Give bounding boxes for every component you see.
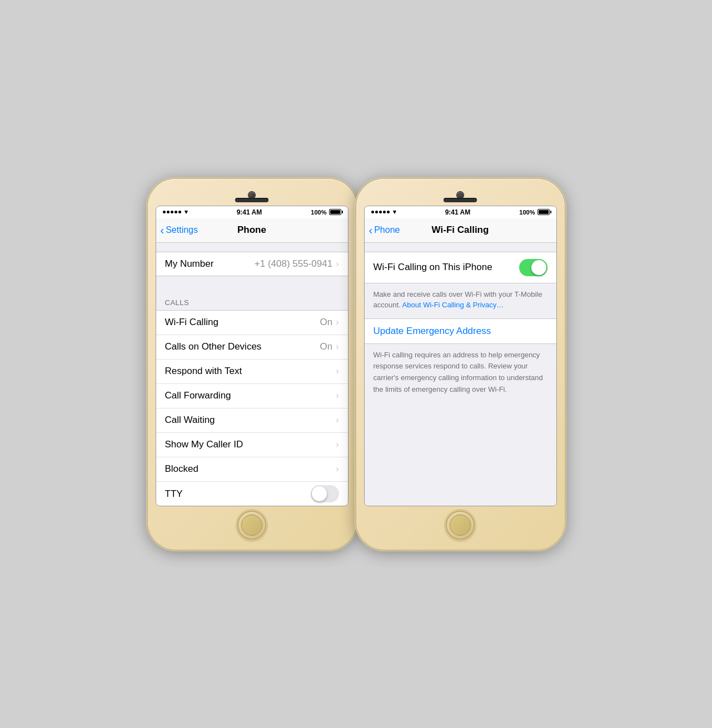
- wifi-calling-toggle-label: Wi-Fi Calling on This iPhone: [374, 262, 519, 273]
- call-forwarding-label: Call Forwarding: [165, 390, 336, 401]
- blocked-chevron: ›: [336, 464, 338, 474]
- tty-toggle[interactable]: [311, 485, 339, 502]
- call-waiting-chevron: ›: [336, 415, 338, 425]
- top-bar-right: [364, 186, 557, 206]
- battery-percent-left: 100%: [311, 209, 326, 216]
- signal-dots-right: [371, 211, 390, 213]
- status-right-left: 100%: [311, 209, 341, 216]
- back-chevron-right: ‹: [369, 225, 373, 236]
- nav-bar-right: ‹ Phone Wi-Fi Calling: [365, 218, 556, 243]
- nav-title-left: Phone: [237, 225, 266, 236]
- wifi-icon-left: ▾: [185, 208, 188, 216]
- calls-other-devices-label: Calls on Other Devices: [165, 341, 320, 352]
- signal-dot-r5: [387, 211, 390, 213]
- speaker-right: [444, 198, 477, 202]
- emergency-address-link[interactable]: Update Emergency Address: [374, 326, 491, 336]
- spacer-top-right: [365, 243, 556, 252]
- home-button-left[interactable]: [237, 511, 266, 540]
- emergency-desc-text: Wi-Fi calling requires an address to hel…: [374, 350, 547, 396]
- nav-back-label-left: Settings: [166, 225, 198, 235]
- emergency-description-section: Wi-Fi calling requires an address to hel…: [365, 344, 556, 407]
- nav-title-right: Wi-Fi Calling: [432, 225, 489, 236]
- signal-dot-r4: [383, 211, 386, 213]
- respond-with-text-label: Respond with Text: [165, 366, 336, 377]
- screen-content-right: Wi-Fi Calling on This iPhone Make and re…: [365, 243, 556, 506]
- calls-other-devices-value: On: [320, 341, 332, 352]
- screen-content-left: My Number +1 (408) 555-0941 › CALLS Wi-F…: [156, 243, 348, 506]
- iphone-left: ▾ 9:41 AM 100% ‹ Settings Phone: [148, 179, 356, 550]
- respond-with-text-row[interactable]: Respond with Text ›: [156, 360, 348, 384]
- camera-left: [248, 192, 255, 198]
- battery-icon-right: [537, 209, 550, 215]
- calls-other-devices-chevron: ›: [336, 342, 338, 352]
- battery-percent-right: 100%: [519, 209, 535, 216]
- signal-dot-r2: [375, 211, 378, 213]
- wifi-calling-description: Make and receive calls over Wi-Fi with y…: [365, 283, 556, 318]
- signal-dot-3: [171, 211, 173, 213]
- spacer-top: [156, 243, 348, 252]
- my-number-value: +1 (408) 555-0941: [255, 258, 332, 270]
- screen-right: ▾ 9:41 AM 100% ‹ Phone Wi-Fi Calling: [364, 206, 557, 506]
- status-right-right: 100%: [519, 209, 549, 216]
- home-button-inner-left: [241, 515, 262, 536]
- phones-container: ▾ 9:41 AM 100% ‹ Settings Phone: [137, 168, 576, 561]
- screen-left: ▾ 9:41 AM 100% ‹ Settings Phone: [156, 206, 348, 506]
- signal-dots: [163, 211, 181, 213]
- iphone-right: ▾ 9:41 AM 100% ‹ Phone Wi-Fi Calling: [356, 179, 565, 550]
- wifi-calling-toggle-row[interactable]: Wi-Fi Calling on This iPhone: [365, 252, 556, 283]
- calls-section-body: Wi-Fi Calling On › Calls on Other Device…: [156, 310, 348, 506]
- my-number-label: My Number: [165, 258, 255, 270]
- signal-dot-5: [178, 211, 181, 213]
- status-bar-left: ▾ 9:41 AM 100%: [156, 206, 348, 218]
- signal-dot-r3: [379, 211, 382, 213]
- wifi-icon-right: ▾: [393, 208, 396, 216]
- show-caller-id-label: Show My Caller ID: [165, 439, 336, 450]
- wifi-calling-toggle-thumb: [531, 260, 546, 275]
- blocked-label: Blocked: [165, 463, 336, 475]
- wifi-calling-toggle[interactable]: [519, 259, 547, 276]
- wifi-calling-row[interactable]: Wi-Fi Calling On ›: [156, 311, 348, 335]
- my-number-chevron: ›: [336, 259, 338, 269]
- gray-spacer-1: [156, 276, 348, 287]
- description-text: Make and receive calls over Wi-Fi with y…: [374, 289, 547, 311]
- status-bar-right: ▾ 9:41 AM 100%: [365, 206, 556, 218]
- blocked-row[interactable]: Blocked ›: [156, 457, 348, 482]
- signal-dot-4: [175, 211, 177, 213]
- nav-back-label-right: Phone: [374, 225, 400, 235]
- battery-fill-right: [539, 210, 549, 214]
- show-caller-id-row[interactable]: Show My Caller ID ›: [156, 433, 348, 457]
- bottom-right: [364, 506, 557, 543]
- wifi-calling-value: On: [320, 317, 332, 328]
- calls-section-header: CALLS: [156, 287, 348, 310]
- respond-with-text-chevron: ›: [336, 366, 338, 376]
- battery-fill-left: [330, 210, 340, 214]
- time-left: 9:41 AM: [237, 208, 262, 216]
- emergency-address-section[interactable]: Update Emergency Address: [365, 318, 556, 344]
- call-forwarding-row[interactable]: Call Forwarding ›: [156, 384, 348, 408]
- camera-right: [457, 192, 464, 198]
- call-waiting-label: Call Waiting: [165, 415, 336, 426]
- nav-bar-left: ‹ Settings Phone: [156, 218, 348, 243]
- battery-icon-left: [329, 209, 341, 215]
- tty-toggle-thumb: [312, 486, 327, 501]
- wifi-calling-chevron: ›: [336, 317, 338, 327]
- back-chevron-left: ‹: [161, 225, 165, 236]
- signal-dot-1: [163, 211, 166, 213]
- status-left-right: ▾: [371, 208, 396, 216]
- nav-back-left[interactable]: ‹ Settings: [161, 225, 198, 236]
- time-right: 9:41 AM: [445, 208, 471, 216]
- nav-back-right[interactable]: ‹ Phone: [369, 225, 400, 236]
- call-forwarding-chevron: ›: [336, 391, 338, 401]
- speaker-left: [235, 198, 268, 202]
- home-button-inner-right: [450, 515, 471, 536]
- tty-row[interactable]: TTY: [156, 482, 348, 506]
- my-number-row[interactable]: My Number +1 (408) 555-0941 ›: [156, 252, 348, 276]
- call-waiting-row[interactable]: Call Waiting ›: [156, 408, 348, 433]
- top-bar-left: [156, 186, 348, 206]
- home-button-right[interactable]: [446, 511, 475, 540]
- description-link[interactable]: About Wi-Fi Calling & Privacy…: [402, 301, 504, 309]
- show-caller-id-chevron: ›: [336, 440, 338, 450]
- wifi-calling-label: Wi-Fi Calling: [165, 317, 320, 328]
- calls-other-devices-row[interactable]: Calls on Other Devices On ›: [156, 335, 348, 360]
- status-left: ▾: [163, 208, 188, 216]
